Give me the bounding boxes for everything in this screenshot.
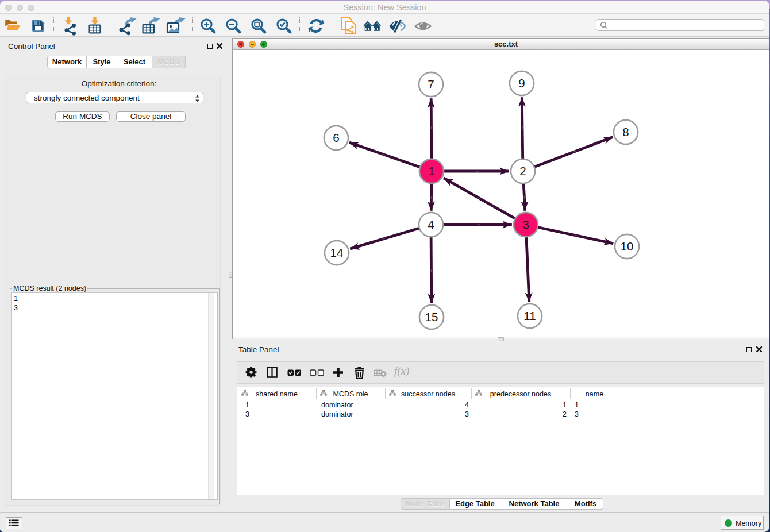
svg-text:9: 9	[518, 76, 525, 90]
svg-text:2: 2	[519, 164, 526, 178]
svg-text:3: 3	[522, 218, 529, 231]
svg-text:11: 11	[523, 309, 536, 322]
svg-text:10: 10	[621, 240, 634, 253]
svg-text:6: 6	[333, 131, 339, 144]
svg-text:7: 7	[428, 78, 434, 91]
svg-text:1: 1	[428, 164, 434, 178]
svg-text:15: 15	[425, 310, 438, 323]
svg-text:8: 8	[622, 125, 629, 138]
svg-text:14: 14	[330, 246, 344, 259]
svg-text:4: 4	[428, 218, 434, 231]
